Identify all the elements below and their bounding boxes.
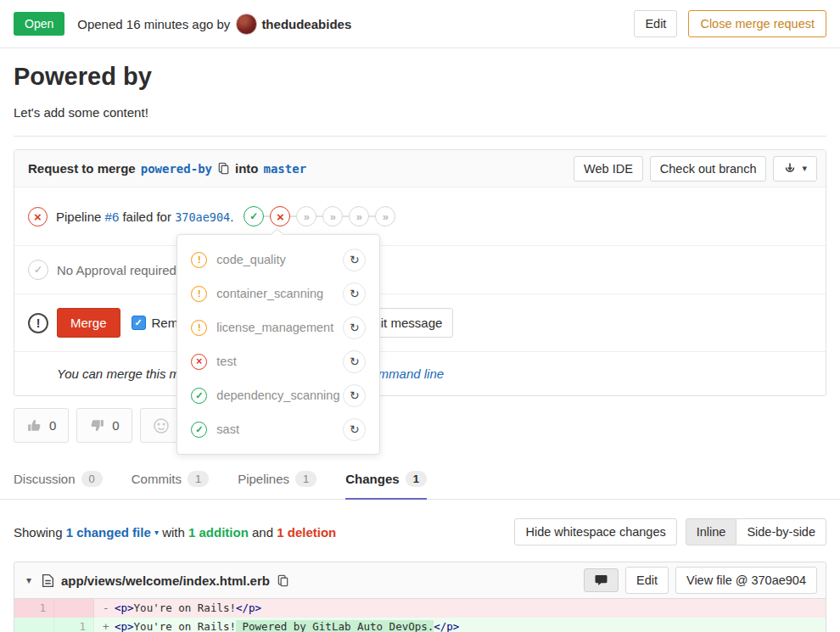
failed-status-icon: × (191, 354, 207, 370)
download-icon (783, 162, 797, 176)
success-status-icon: ✓ (191, 422, 207, 438)
edit-button[interactable]: Edit (634, 10, 677, 37)
copy-branch-icon[interactable] (217, 162, 230, 175)
author-name[interactable]: thedudeabides (261, 17, 351, 31)
job-item-dependency-scanning[interactable]: ✓ dependency_scanning ↻ (177, 378, 379, 412)
merge-request-widget: Request to merge powered-by into master … (14, 149, 826, 396)
stage-skipped[interactable]: » (296, 206, 316, 227)
stage-skipped[interactable]: » (322, 206, 343, 227)
avatar[interactable] (236, 14, 257, 35)
stage-failed[interactable]: × ! code_quality ↻ ! container_scanning … (270, 206, 290, 227)
job-label: code_quality (216, 253, 285, 266)
opened-text: Opened 16 minutes ago by (77, 17, 230, 31)
mr-tabs: Discussion 0 Commits 1 Pipelines 1 Chang… (0, 458, 840, 500)
chevron-down-icon[interactable]: ▾ (154, 528, 159, 537)
diff-sign: + (103, 618, 115, 632)
code-tag: <p> (115, 601, 134, 614)
side-by-side-view-button[interactable]: Side-by-side (736, 518, 826, 545)
download-dropdown-button[interactable]: ▾ (773, 156, 817, 182)
diff-line-removed: 1 -<p>You're on Rails!</p> (14, 599, 826, 618)
remove-source-branch-checkbox[interactable]: ✓ (132, 316, 146, 330)
retry-icon: ↻ (350, 253, 360, 266)
thumbsdown-button[interactable]: 0 (76, 408, 132, 443)
job-item-container-scanning[interactable]: ! container_scanning ↻ (177, 277, 379, 310)
retry-job-button[interactable]: ↻ (343, 316, 366, 339)
close-merge-request-button[interactable]: Close merge request (688, 10, 826, 37)
old-line-number[interactable]: 1 (14, 599, 54, 618)
checkout-branch-button[interactable]: Check out branch (650, 156, 767, 182)
thumbsup-button[interactable]: 0 (14, 408, 69, 443)
job-label: container_scanning (216, 287, 323, 300)
tab-changes[interactable]: Changes 1 (345, 458, 427, 500)
inline-view-button[interactable]: Inline (686, 518, 737, 545)
changed-files-dropdown[interactable]: 1 changed file (66, 525, 151, 540)
retry-job-button[interactable]: ↻ (343, 384, 366, 407)
pipeline-id-link[interactable]: #6 (105, 210, 120, 224)
page-title: Powered by (14, 63, 826, 91)
stage-jobs-dropdown: ! code_quality ↻ ! container_scanning ↻ … (176, 234, 380, 455)
retry-job-button[interactable]: ↻ (343, 418, 366, 441)
stage-skipped-icon: » (322, 206, 343, 227)
edit-file-button[interactable]: Edit (625, 567, 669, 594)
showing-label: Showing (14, 525, 63, 540)
copy-file-path-icon[interactable] (277, 574, 289, 587)
add-emoji-button[interactable] (140, 408, 182, 443)
tab-discussion[interactable]: Discussion 0 (14, 458, 103, 500)
stage-success[interactable]: ✓ (244, 206, 264, 227)
toggle-comments-button[interactable] (584, 568, 619, 592)
check-icon: ✓ (134, 317, 142, 328)
hide-whitespace-button[interactable]: Hide whitespace changes (514, 518, 676, 545)
commit-sha-link[interactable]: 370ae904 (175, 210, 230, 224)
view-file-button[interactable]: View file @ 370ae904 (675, 567, 817, 594)
stage-skipped[interactable]: » (349, 206, 369, 227)
thumbsdown-count: 0 (112, 418, 119, 433)
pipeline-row: × Pipeline #6 failed for 370ae904. ✓ × !… (14, 187, 826, 245)
award-emoji-bar: 0 0 (14, 408, 826, 443)
comment-bubble-icon (595, 574, 608, 586)
retry-job-button[interactable]: ↻ (343, 350, 366, 373)
deletions-count: 1 deletion (277, 525, 336, 540)
stage-skipped-icon: » (349, 206, 369, 227)
job-item-test[interactable]: × test ↻ (177, 344, 379, 378)
target-branch-link[interactable]: master (264, 162, 307, 176)
code-tag: </p> (434, 620, 459, 632)
success-status-icon: ✓ (191, 388, 207, 404)
warning-status-icon: ! (191, 320, 207, 336)
diff-view-toggle: Inline Side-by-side (686, 518, 826, 545)
merge-request-header: Request to merge powered-by into master … (14, 150, 826, 187)
tab-count-badge: 1 (295, 471, 316, 487)
retry-icon: ↻ (350, 389, 360, 402)
pipeline-text: Pipeline #6 failed for 370ae904. (56, 210, 233, 224)
merge-button[interactable]: Merge (57, 308, 120, 338)
tab-label: Discussion (14, 472, 76, 486)
pipeline-text-suffix: . (230, 210, 233, 224)
removed-code: -<p>You're on Rails!</p> (94, 599, 826, 618)
source-branch-link[interactable]: powered-by (141, 162, 212, 176)
job-item-sast[interactable]: ✓ sast ↻ (177, 412, 379, 446)
code-text: You're on Rails! (134, 620, 236, 632)
job-item-code-quality[interactable]: ! code_quality ↻ (177, 243, 379, 277)
tab-pipelines[interactable]: Pipelines 1 (238, 458, 316, 500)
old-line-number[interactable] (14, 618, 54, 632)
retry-job-button[interactable]: ↻ (343, 249, 366, 271)
tab-commits[interactable]: Commits 1 (132, 458, 209, 500)
retry-job-button[interactable]: ↻ (343, 282, 366, 305)
warning-status-icon: ! (191, 286, 207, 302)
collapse-caret-icon[interactable]: ▾ (26, 574, 31, 586)
opened-meta: Opened 16 minutes ago by thedudeabides (77, 14, 351, 35)
diff-file-header: ▾ app/views/welcome/index.html.erb (14, 562, 826, 599)
web-ide-button[interactable]: Web IDE (574, 156, 643, 182)
stage-skipped[interactable]: » (375, 206, 395, 227)
stage-connector (290, 215, 296, 217)
code-tag: </p> (236, 601, 261, 614)
code-text: You're on Rails! (134, 601, 236, 614)
alert-icon: ! (28, 313, 48, 333)
smiley-icon (153, 417, 170, 434)
file-path[interactable]: app/views/welcome/index.html.erb (61, 573, 270, 588)
new-line-number[interactable] (54, 599, 94, 618)
thumbs-up-icon (26, 417, 42, 433)
new-line-number[interactable]: 1 (54, 618, 94, 632)
job-item-license-management[interactable]: ! license_management ↻ (177, 310, 379, 344)
approval-row: ✓ No Approval required (14, 245, 826, 294)
job-label: license_management (216, 321, 333, 334)
